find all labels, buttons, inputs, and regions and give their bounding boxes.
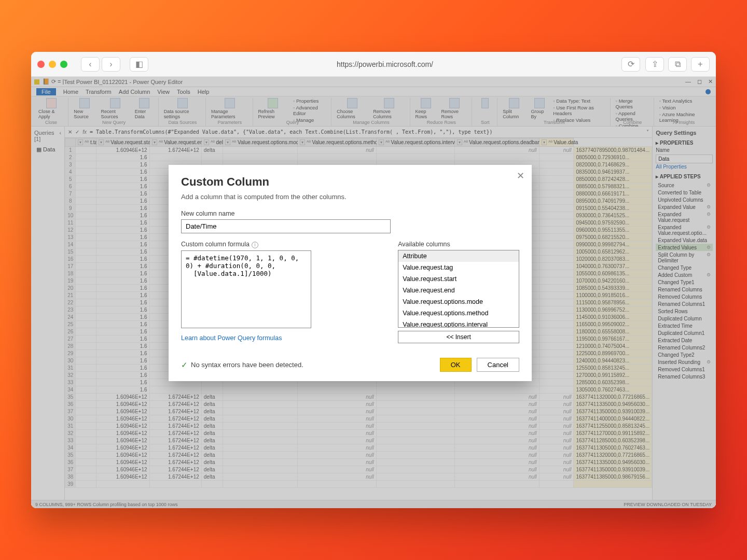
custom-column-dialog: ✕ Custom Column Add a column that is com… (169, 165, 532, 381)
close-window-icon[interactable] (37, 61, 45, 68)
reload-button[interactable]: ⟳ (621, 57, 640, 72)
minimize-window-icon[interactable] (49, 61, 56, 68)
back-button[interactable]: ‹ (81, 57, 100, 72)
cancel-button[interactable]: Cancel (477, 358, 519, 372)
dialog-subtitle: Add a column that is computed from the o… (181, 193, 519, 201)
browser-window: ‹ › ◧ https://powerbi.microsoft.com/ ⟳ ⇪… (31, 52, 716, 508)
share-icon[interactable]: ⇪ (645, 57, 664, 72)
formula-textarea[interactable] (181, 250, 311, 328)
available-column-item[interactable]: Value.request.options.interval (398, 319, 519, 328)
insert-button[interactable]: << Insert (398, 331, 519, 343)
available-column-item[interactable]: Value.request.start (398, 273, 519, 285)
check-icon: ✓ (181, 360, 188, 370)
available-column-item[interactable]: Value.request.end (398, 285, 519, 296)
tabs-icon[interactable]: ⧉ (668, 57, 687, 72)
new-column-name-label: New column name (181, 210, 519, 217)
available-column-item[interactable]: Value.request.options.mode (398, 296, 519, 307)
info-icon[interactable]: i (252, 242, 258, 248)
new-column-name-input[interactable] (181, 219, 391, 233)
available-columns-list[interactable]: AttributeValue.request.tagValue.request.… (398, 250, 519, 328)
browser-content: 📙 ⟳ = | Test Power BI_01122021 - Power Q… (31, 77, 716, 508)
learn-link[interactable]: Learn about Power Query formulas (181, 334, 282, 342)
browser-titlebar: ‹ › ◧ https://powerbi.microsoft.com/ ⟳ ⇪… (31, 52, 716, 77)
available-column-item[interactable]: Value.request.options.method (398, 307, 519, 319)
available-column-item[interactable]: Value.request.tag (398, 262, 519, 273)
forward-button[interactable]: › (102, 57, 120, 72)
new-tab-button[interactable]: + (691, 57, 710, 72)
available-columns-label: Available columns (398, 241, 519, 248)
syntax-status: ✓ No syntax errors have been detected. (181, 360, 303, 370)
sidebar-toggle-icon[interactable]: ◧ (130, 57, 148, 72)
maximize-window-icon[interactable] (60, 61, 67, 68)
formula-label: Custom column formulai (181, 241, 391, 248)
ok-button[interactable]: OK (440, 358, 472, 372)
traffic-lights (37, 61, 67, 68)
dialog-close-icon[interactable]: ✕ (517, 170, 524, 181)
dialog-title: Custom Column (181, 175, 519, 189)
available-column-item[interactable]: Attribute (398, 250, 519, 262)
url-bar[interactable]: https://powerbi.microsoft.com/ (174, 60, 596, 68)
